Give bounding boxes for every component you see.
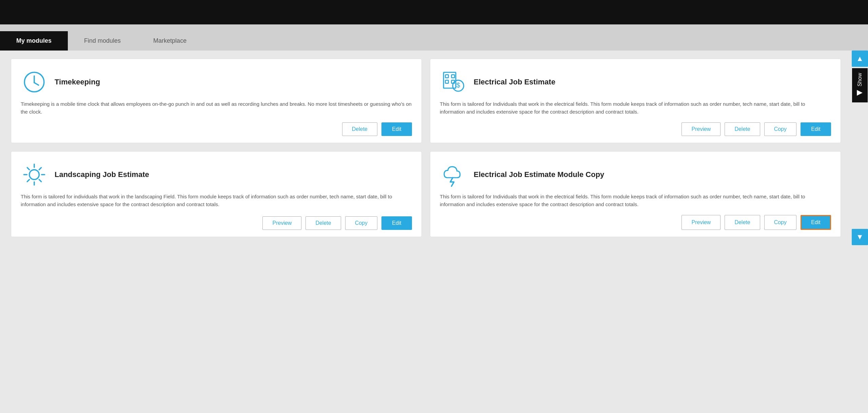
card-actions-timekeeping: DeleteEdit <box>21 122 412 136</box>
card-electrical-job-estimate-copy: Electrical Job Estimate Module CopyThis … <box>430 151 841 237</box>
card-header-landscaping-job-estimate: Landscaping Job Estimate <box>21 161 412 188</box>
card-actions-electrical-job-estimate: PreviewDeleteCopyEdit <box>440 122 831 136</box>
page-wrapper: TimekeepingTimekeeping is a mobile time … <box>0 51 868 245</box>
card-title-electrical-job-estimate: Electrical Job Estimate <box>474 78 555 86</box>
card-description-electrical-job-estimate-copy: This form is tailored for Individuals th… <box>440 193 831 208</box>
scroll-side: ▲ ◀ Show ▼ <box>852 51 868 245</box>
card-description-electrical-job-estimate: This form is tailored for Individuals th… <box>440 100 831 116</box>
show-panel-label: Show <box>857 73 863 86</box>
landscaping-job-estimate-copy-button[interactable]: Copy <box>345 216 377 230</box>
svg-line-15 <box>27 168 29 170</box>
svg-rect-4 <box>446 75 449 78</box>
svg-line-17 <box>39 168 41 170</box>
sub-header <box>0 24 868 31</box>
timekeeping-edit-button[interactable]: Edit <box>381 122 412 136</box>
cloud-lightning-icon <box>440 161 467 188</box>
main-content: TimekeepingTimekeeping is a mobile time … <box>0 51 852 245</box>
electrical-job-estimate-copy-preview-button[interactable]: Preview <box>682 215 721 230</box>
electrical-job-estimate-edit-button[interactable]: Edit <box>801 122 831 136</box>
card-landscaping-job-estimate: Landscaping Job EstimateThis form is tai… <box>11 151 422 237</box>
tab-marketplace[interactable]: Marketplace <box>137 31 203 51</box>
landscaping-job-estimate-delete-button[interactable]: Delete <box>305 216 341 230</box>
sun-icon <box>21 161 48 188</box>
electrical-job-estimate-copy-edit-button[interactable]: Edit <box>801 215 831 230</box>
svg-rect-5 <box>452 75 455 78</box>
building-dollar-icon: $ <box>440 68 467 96</box>
app-header <box>0 0 868 24</box>
card-header-timekeeping: Timekeeping <box>21 68 412 96</box>
scroll-up-button[interactable]: ▲ <box>852 51 868 67</box>
tab-find-modules[interactable]: Find modules <box>68 31 137 51</box>
electrical-job-estimate-preview-button[interactable]: Preview <box>682 122 721 136</box>
card-actions-electrical-job-estimate-copy: PreviewDeleteCopyEdit <box>440 215 831 230</box>
card-header-electrical-job-estimate-copy: Electrical Job Estimate Module Copy <box>440 161 831 188</box>
svg-text:$: $ <box>456 81 460 89</box>
svg-point-10 <box>29 170 39 180</box>
card-description-landscaping-job-estimate: This form is tailored for individuals th… <box>21 193 412 210</box>
card-title-landscaping-job-estimate: Landscaping Job Estimate <box>55 170 149 179</box>
electrical-job-estimate-delete-button[interactable]: Delete <box>725 122 760 136</box>
cards-grid: TimekeepingTimekeeping is a mobile time … <box>11 59 841 237</box>
scroll-down-button[interactable]: ▼ <box>852 229 868 245</box>
card-description-timekeeping: Timekeeping is a mobile time clock that … <box>21 100 412 116</box>
card-actions-landscaping-job-estimate: PreviewDeleteCopyEdit <box>21 216 412 230</box>
card-header-electrical-job-estimate: $ Electrical Job Estimate <box>440 68 831 96</box>
card-electrical-job-estimate: $ Electrical Job EstimateThis form is ta… <box>430 59 841 143</box>
show-panel-button[interactable]: ◀ Show <box>852 68 868 102</box>
electrical-job-estimate-copy-copy-button[interactable]: Copy <box>764 215 796 230</box>
card-timekeeping: TimekeepingTimekeeping is a mobile time … <box>11 59 422 143</box>
svg-rect-6 <box>446 80 449 83</box>
electrical-job-estimate-copy-delete-button[interactable]: Delete <box>725 215 760 230</box>
landscaping-job-estimate-preview-button[interactable]: Preview <box>262 216 301 230</box>
tab-my-modules[interactable]: My modules <box>0 31 68 51</box>
tabs-bar: My modulesFind modulesMarketplace <box>0 31 868 51</box>
timekeeping-delete-button[interactable]: Delete <box>342 122 377 136</box>
landscaping-job-estimate-edit-button[interactable]: Edit <box>381 216 412 230</box>
svg-line-2 <box>34 83 39 85</box>
electrical-job-estimate-copy-button[interactable]: Copy <box>764 122 796 136</box>
card-title-timekeeping: Timekeeping <box>55 78 100 86</box>
clock-icon <box>21 68 48 96</box>
card-title-electrical-job-estimate-copy: Electrical Job Estimate Module Copy <box>474 170 604 179</box>
svg-line-18 <box>27 179 29 181</box>
svg-line-16 <box>39 179 41 181</box>
